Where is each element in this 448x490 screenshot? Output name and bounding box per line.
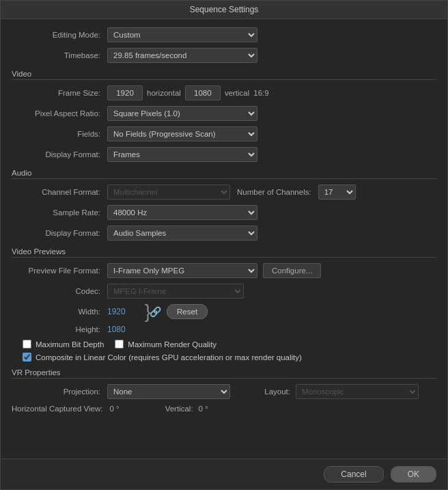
dialog-title: Sequence Settings bbox=[1, 1, 447, 19]
preview-width-value: 1920 bbox=[107, 307, 126, 316]
vr-vertical-value: 0 ° bbox=[199, 405, 208, 413]
timebase-select[interactable]: 29.85 frames/second bbox=[107, 48, 257, 63]
horizontal-captured-row: Horizontal Captured View: 0 ° Vertical: … bbox=[12, 405, 436, 413]
sequence-settings-dialog: Sequence Settings Editing Mode: Custom T… bbox=[0, 0, 448, 490]
bottom-bar: Cancel OK bbox=[1, 459, 447, 489]
timebase-label: Timebase: bbox=[12, 51, 107, 59]
num-channels-select[interactable]: 17 bbox=[318, 185, 356, 200]
projection-label: Projection: bbox=[12, 387, 107, 396]
frame-width-input[interactable]: 1920 bbox=[107, 85, 143, 100]
configure-button[interactable]: Configure... bbox=[263, 263, 321, 278]
horizontal-captured-label: Horizontal Captured View: bbox=[12, 405, 109, 413]
frame-size-row: Frame Size: 1920 horizontal 1080 vertica… bbox=[12, 85, 436, 100]
sample-rate-row: Sample Rate: 48000 Hz bbox=[12, 205, 436, 220]
layout-select[interactable]: Monoscopic bbox=[296, 384, 419, 399]
preview-width-row: Width: 1920 } 🔗 Reset bbox=[12, 304, 436, 319]
codec-controls: MPEG I-Frame bbox=[107, 284, 244, 299]
bracket-icon: } bbox=[145, 304, 148, 319]
video-display-format-label: Display Format: bbox=[12, 150, 107, 159]
checkboxes-area: Maximum Bit Depth Maximum Render Quality… bbox=[12, 340, 436, 362]
horizontal-label: horizontal bbox=[147, 89, 181, 97]
max-render-quality-label: Maximum Render Quality bbox=[128, 340, 216, 349]
layout-label: Layout: bbox=[249, 387, 290, 396]
link-icon: 🔗 bbox=[150, 306, 161, 317]
dialog-content: Editing Mode: Custom Timebase: 29.85 fra… bbox=[1, 19, 447, 459]
preview-file-format-controls: I-Frame Only MPEG Configure... bbox=[107, 263, 321, 278]
reset-button[interactable]: Reset bbox=[167, 304, 208, 319]
video-display-format-row: Display Format: Frames bbox=[12, 147, 436, 162]
video-previews-header: Video Previews bbox=[12, 247, 436, 258]
sample-rate-label: Sample Rate: bbox=[12, 208, 107, 217]
fields-select[interactable]: No Fields (Progressive Scan) bbox=[107, 126, 257, 141]
aspect-ratio: 16:9 bbox=[253, 89, 268, 97]
sample-rate-select[interactable]: 48000 Hz bbox=[107, 205, 257, 220]
projection-select[interactable]: None bbox=[107, 384, 230, 399]
max-bit-depth-label: Maximum Bit Depth bbox=[36, 340, 104, 349]
pixel-aspect-row: Pixel Aspect Ratio: Square Pixels (1.0) bbox=[12, 106, 436, 121]
frame-height-input[interactable]: 1080 bbox=[185, 85, 221, 100]
codec-select[interactable]: MPEG I-Frame bbox=[107, 284, 244, 299]
codec-row: Codec: MPEG I-Frame bbox=[12, 284, 436, 299]
video-display-format-select[interactable]: Frames bbox=[107, 147, 257, 162]
timebase-row: Timebase: 29.85 frames/second bbox=[12, 48, 436, 63]
pixel-aspect-select[interactable]: Square Pixels (1.0) bbox=[107, 106, 257, 121]
preview-height-label: Height: bbox=[12, 325, 107, 334]
channel-format-select[interactable]: Multichannel bbox=[107, 185, 230, 200]
channel-format-row: Channel Format: Multichannel Number of C… bbox=[12, 185, 436, 200]
ok-button[interactable]: OK bbox=[391, 466, 436, 482]
preview-file-format-select[interactable]: I-Frame Only MPEG bbox=[107, 263, 257, 278]
title-text: Sequence Settings bbox=[190, 5, 259, 14]
link-bracket: } 🔗 bbox=[145, 304, 161, 319]
audio-display-format-label: Display Format: bbox=[12, 229, 107, 237]
audio-section-header: Audio bbox=[12, 169, 436, 179]
preview-width-label: Width: bbox=[12, 308, 107, 316]
projection-controls: None Layout: Monoscopic bbox=[107, 384, 419, 399]
audio-display-format-select[interactable]: Audio Samples bbox=[107, 226, 257, 241]
frame-size-label: Frame Size: bbox=[12, 89, 107, 97]
num-channels-label: Number of Channels: bbox=[237, 188, 311, 196]
composite-row: Composite in Linear Color (requires GPU … bbox=[12, 353, 436, 362]
editing-mode-label: Editing Mode: bbox=[12, 31, 107, 39]
max-bit-depth-checkbox[interactable] bbox=[23, 340, 31, 349]
cancel-button[interactable]: Cancel bbox=[324, 466, 383, 482]
vr-vertical-label: Vertical: bbox=[152, 405, 193, 413]
vr-properties-header: VR Properties bbox=[12, 368, 436, 379]
fields-row: Fields: No Fields (Progressive Scan) bbox=[12, 126, 436, 141]
codec-label: Codec: bbox=[12, 287, 107, 295]
audio-display-format-row: Display Format: Audio Samples bbox=[12, 226, 436, 241]
editing-mode-select[interactable]: Custom bbox=[107, 27, 257, 42]
fields-label: Fields: bbox=[12, 130, 107, 138]
composite-label: Composite in Linear Color (requires GPU … bbox=[36, 353, 302, 362]
horizontal-captured-value: 0 ° bbox=[109, 405, 119, 413]
max-bit-depth-row: Maximum Bit Depth Maximum Render Quality bbox=[12, 340, 436, 349]
channel-format-label: Channel Format: bbox=[12, 188, 107, 196]
composite-checkbox[interactable] bbox=[23, 353, 31, 362]
projection-row: Projection: None Layout: Monoscopic bbox=[12, 384, 436, 399]
preview-height-value: 1080 bbox=[107, 325, 126, 334]
preview-file-format-label: Preview File Format: bbox=[12, 267, 107, 275]
frame-size-inputs: 1920 horizontal 1080 vertical 16:9 bbox=[107, 85, 269, 100]
video-section-header: Video bbox=[12, 70, 436, 80]
vertical-label: vertical bbox=[225, 89, 249, 97]
max-render-quality-checkbox[interactable] bbox=[115, 340, 124, 349]
preview-height-row: Height: 1080 bbox=[12, 325, 436, 334]
horizontal-captured-controls: 0 ° Vertical: 0 ° bbox=[109, 405, 208, 413]
editing-mode-row: Editing Mode: Custom bbox=[12, 27, 436, 42]
preview-file-format-row: Preview File Format: I-Frame Only MPEG C… bbox=[12, 263, 436, 278]
pixel-aspect-label: Pixel Aspect Ratio: bbox=[12, 109, 107, 118]
